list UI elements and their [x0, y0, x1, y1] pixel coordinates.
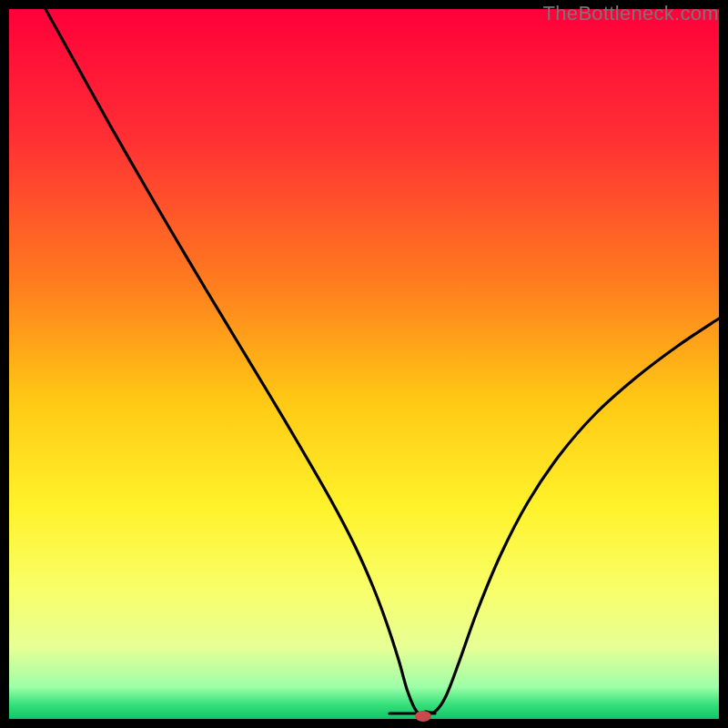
bottleneck-chart [0, 0, 728, 728]
chart-stage: TheBottleneck.com [0, 0, 728, 728]
gradient-background [9, 9, 719, 719]
watermark-text: TheBottleneck.com [543, 2, 719, 25]
optimal-point-marker [415, 711, 431, 722]
